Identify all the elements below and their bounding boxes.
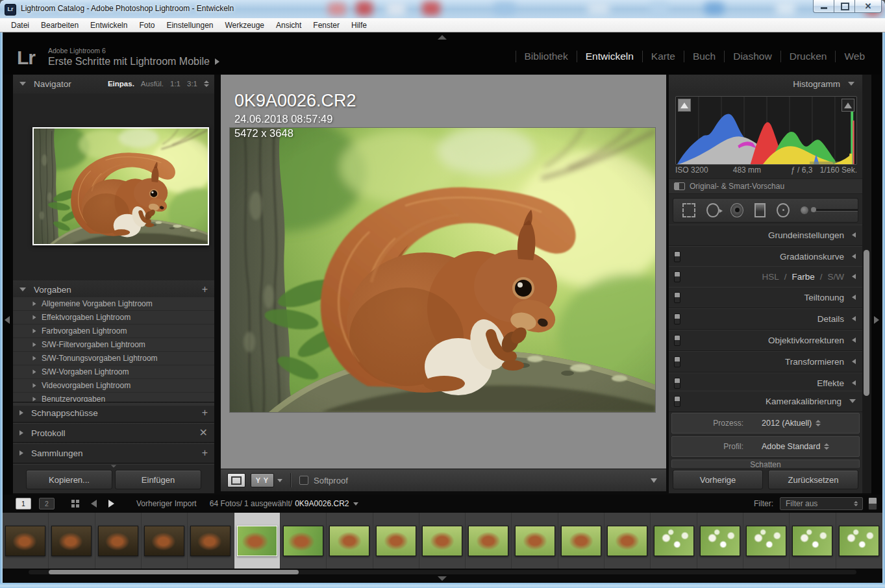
- photo-thumbnail[interactable]: [700, 526, 740, 556]
- adjustment-brush-tool-icon[interactable]: [801, 206, 858, 214]
- module-tab[interactable]: Bibliothek: [516, 51, 577, 62]
- menu-item[interactable]: Bearbeiten: [35, 18, 84, 32]
- filmstrip-cell[interactable]: [188, 513, 234, 569]
- graduated-filter-tool-icon[interactable]: [754, 203, 766, 217]
- photo-thumbnail[interactable]: [329, 526, 369, 556]
- main-window-button[interactable]: 1: [16, 498, 31, 509]
- filter-dropdown[interactable]: Filter aus: [780, 497, 863, 510]
- filmstrip-cell[interactable]: [512, 513, 558, 569]
- photo-thumbnail[interactable]: [5, 526, 45, 556]
- maximize-button[interactable]: [834, 0, 856, 13]
- filmstrip-cell[interactable]: [743, 513, 790, 569]
- identity-plate[interactable]: Erste Schritte mit Lightroom Mobile: [48, 56, 219, 67]
- filmstrip-cell[interactable]: [234, 513, 280, 569]
- crop-tool-icon[interactable]: [682, 203, 695, 217]
- preset-folder-row[interactable]: Videovorgaben Lightroom: [13, 379, 214, 393]
- section-action-button[interactable]: +: [202, 448, 214, 458]
- collapse-left-panel-icon[interactable]: [5, 316, 10, 324]
- filter-toggle-switch[interactable]: [868, 497, 877, 510]
- process-row[interactable]: Prozess: 2012 (Aktuell): [671, 413, 860, 434]
- filmstrip-cell[interactable]: [697, 513, 743, 569]
- highlight-clipping-indicator[interactable]: [841, 99, 854, 112]
- profile-row[interactable]: Profil: Adobe Standard: [671, 436, 860, 457]
- farbe-tab[interactable]: Farbe: [792, 272, 814, 282]
- red-eye-tool-icon[interactable]: [730, 203, 743, 217]
- preset-folder-row[interactable]: S/W-Filtervorgaben Lightroom: [13, 338, 214, 352]
- navigator-header[interactable]: Navigator Einpas. Ausfül. 1:1 3:1: [13, 75, 214, 93]
- preset-folder-row[interactable]: S/W-Tonungsvorgaben Lightroom: [13, 352, 214, 365]
- panel-section-header[interactable]: Transformieren: [669, 351, 862, 373]
- second-window-button[interactable]: 2: [39, 498, 55, 509]
- close-button[interactable]: ✕: [854, 0, 882, 13]
- filmstrip-cell[interactable]: [95, 513, 142, 569]
- hide-top-panel-arrow-icon[interactable]: [438, 35, 447, 40]
- softproof-checkbox[interactable]: [299, 476, 308, 485]
- filmstrip-cell[interactable]: [790, 513, 836, 569]
- presets-header[interactable]: Vorgaben +: [13, 280, 214, 299]
- photo-thumbnail[interactable]: [792, 526, 832, 556]
- menu-item[interactable]: Foto: [133, 18, 160, 32]
- left-section-header[interactable]: Schnappschüsse +: [13, 404, 214, 422]
- smart-preview-status[interactable]: Original- & Smart-Vorschau: [669, 178, 862, 194]
- photo-thumbnail[interactable]: [422, 526, 462, 556]
- zoom-fit-option[interactable]: Einpas.: [108, 80, 134, 88]
- photo-thumbnail[interactable]: [515, 526, 555, 556]
- section-action-button[interactable]: ✕: [199, 428, 214, 438]
- photo-thumbnail[interactable]: [190, 526, 231, 556]
- go-forward-arrow-icon[interactable]: [108, 500, 114, 508]
- module-tab[interactable]: Buch: [684, 51, 724, 62]
- panel-toggle-switch[interactable]: [674, 335, 680, 346]
- filmstrip-dropdown-icon[interactable]: [353, 502, 358, 506]
- hsl-tab[interactable]: HSL: [762, 272, 779, 282]
- panel-toggle-switch[interactable]: [674, 292, 680, 303]
- panel-toggle-switch[interactable]: [674, 356, 680, 367]
- filmstrip-cell[interactable]: [3, 513, 49, 569]
- filmstrip-cell[interactable]: [373, 513, 419, 569]
- panel-toggle-switch[interactable]: [674, 378, 680, 389]
- preset-folder-row[interactable]: Allgemeine Vorgaben Lightroom: [13, 297, 214, 311]
- before-after-button[interactable]: Y Y: [251, 473, 274, 487]
- filmstrip-cell[interactable]: [651, 513, 697, 569]
- filmstrip-cell[interactable]: [419, 513, 466, 569]
- photo-thumbnail[interactable]: [283, 526, 323, 556]
- panel-section-header[interactable]: Teiltonung: [669, 287, 862, 308]
- collapse-right-panel-icon[interactable]: [874, 316, 879, 324]
- module-tab[interactable]: Karte: [642, 51, 684, 62]
- photo-thumbnail[interactable]: [607, 526, 647, 556]
- module-tab[interactable]: Drucken: [780, 51, 836, 62]
- profile-stepper-icon[interactable]: [824, 443, 829, 450]
- right-edge-strip[interactable]: [871, 75, 882, 495]
- panel-toggle-switch[interactable]: [674, 271, 680, 282]
- camera-calibration-header[interactable]: Kamerakalibrierung: [669, 391, 862, 412]
- histogram-header[interactable]: Histogramm: [669, 75, 862, 93]
- zoom-ratio-stepper-icon[interactable]: [204, 80, 209, 87]
- reset-button[interactable]: Zurücksetzen: [768, 470, 858, 489]
- current-filename[interactable]: 0K9A0026.CR2: [295, 499, 349, 508]
- left-edge-strip[interactable]: [3, 75, 13, 495]
- zoom-1-1-option[interactable]: 1:1: [170, 80, 181, 88]
- panel-toggle-switch[interactable]: [674, 396, 680, 407]
- scrollbar-thumb[interactable]: [864, 250, 869, 396]
- menu-item[interactable]: Einstellungen: [160, 18, 219, 32]
- zoom-fill-option[interactable]: Ausfül.: [141, 80, 164, 88]
- filmstrip-source[interactable]: Vorheriger Import: [136, 499, 197, 508]
- photo-thumbnail[interactable]: [561, 526, 601, 556]
- profile-value[interactable]: Adobe Standard: [762, 442, 820, 451]
- go-back-arrow-icon[interactable]: [91, 500, 97, 508]
- filmstrip-cell[interactable]: [280, 513, 327, 569]
- spot-removal-tool-icon[interactable]: [706, 203, 719, 217]
- panel-section-header[interactable]: Gradationskurve: [669, 246, 862, 267]
- shadow-clipping-indicator[interactable]: [678, 99, 691, 112]
- left-section-header[interactable]: Sammlungen +: [13, 444, 214, 462]
- photo-thumbnail[interactable]: [468, 526, 508, 556]
- loupe-view-button[interactable]: [227, 473, 245, 487]
- filmstrip-cell[interactable]: [49, 513, 95, 569]
- panel-section-header[interactable]: Objektivkorrekturen: [669, 330, 862, 351]
- menu-item[interactable]: Datei: [5, 18, 35, 32]
- title-bar[interactable]: Lr Lightroom Catalog - Adobe Photoshop L…: [0, 0, 885, 18]
- radial-filter-tool-icon[interactable]: [777, 203, 790, 217]
- section-action-button[interactable]: +: [202, 408, 214, 418]
- filmstrip-cell[interactable]: [327, 513, 373, 569]
- toolbar-options-dropdown-icon[interactable]: [651, 478, 657, 483]
- navigator-thumbnail[interactable]: [32, 127, 209, 245]
